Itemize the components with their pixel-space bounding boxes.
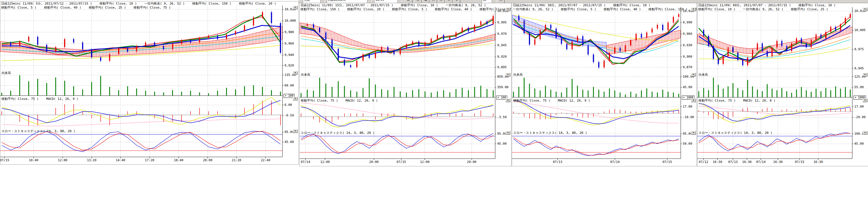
time-axis-label: 20:00 xyxy=(203,158,212,162)
section-dropdown-arrow-icon[interactable]: ▼ xyxy=(505,73,510,76)
chart-title: 日経225mini 11/09( 60分, 2011/07/07 - 2011/… xyxy=(698,3,836,7)
volume-axis-label: 45.00 xyxy=(683,85,692,89)
time-axis-label: 13:20 xyxy=(87,158,96,162)
section-dropdown-arrow-icon[interactable]: ▼ xyxy=(863,99,867,102)
section-dropdown-arrow-icon[interactable]: ▼ xyxy=(293,71,298,75)
stoch-section-label: スロー・ストキャスティクス( 14, 3, 80, 20 ) xyxy=(513,131,587,135)
time-axis-label: 22:40 xyxy=(261,158,270,162)
section-dropdown-arrow-icon[interactable]: ▼ xyxy=(505,7,510,11)
time-axis-label: 07/15 xyxy=(662,160,672,164)
timeframe-button[interactable]: 日 xyxy=(414,0,422,3)
chart-panel-30min: 日経225mini 11/09( 30分, 2011/07/07 - 2011/… xyxy=(512,3,697,166)
section-dropdown-arrow-icon[interactable]: ▼ xyxy=(691,99,696,102)
volume-axis-label: 60.00 xyxy=(284,84,294,87)
macd-axis-label: 6.00 xyxy=(284,103,292,107)
time-axis-label: 18:40 xyxy=(174,158,183,162)
section-dropdown-arrow-icon[interactable]: ▼ xyxy=(863,131,867,135)
price-axis-label: 9,960 xyxy=(683,32,692,36)
instrument-combo[interactable]: 先物▼ xyxy=(303,0,325,3)
chart-panel-5min: 日経225mini 11/09( 5分, 2011/07/12 - 2011/0… xyxy=(0,1,299,165)
time-axis-label: 07/14 xyxy=(301,160,310,164)
timeframe-button[interactable]: 月 xyxy=(430,0,437,3)
timeframe-button[interactable]: 1 xyxy=(453,0,460,3)
price-axis-label: 9,895 xyxy=(497,66,507,69)
time-axis-label: 17:20 xyxy=(145,158,154,162)
timeframe-button[interactable]: 分 xyxy=(497,0,505,3)
timeframe-button[interactable]: 分 xyxy=(445,0,453,3)
macd-axis-label: -10.00 xyxy=(683,116,694,119)
time-axis-label: 07/13 xyxy=(728,160,738,164)
price-axis-label: 9,975 xyxy=(854,48,864,51)
instrument-combo[interactable]: 11/09▼ xyxy=(374,0,402,3)
section-dropdown-arrow-icon[interactable]: ▼ xyxy=(505,99,510,102)
chart-title: 日経225mini 11/09( 5分, 2011/07/12 - 2011/0… xyxy=(1,2,276,6)
chart-canvas xyxy=(0,1,299,165)
price-axis-label: 10,005 xyxy=(854,29,866,32)
section-dropdown-arrow-icon[interactable]: ▼ xyxy=(505,131,510,135)
section-dropdown-arrow-icon[interactable]: ▼ xyxy=(293,129,298,133)
chart-title: 日経225mini 11/09( 15分, 2011/07/07 - 2011/… xyxy=(301,3,486,7)
chart-canvas xyxy=(697,3,868,166)
section-dropdown-arrow-icon[interactable]: ▼ xyxy=(293,97,298,101)
section-dropdown-arrow-icon[interactable]: ▼ xyxy=(863,7,867,11)
price-axis-label: 9,960 xyxy=(284,42,294,45)
timeframe-button[interactable]: 週 xyxy=(422,0,429,3)
stoch-section-label: スロー・ストキャスティクス( 14, 3, 80, 20 ) xyxy=(699,131,772,135)
section-dropdown-arrow-icon[interactable]: ▼ xyxy=(293,6,298,9)
time-axis-label: 16:30 xyxy=(713,160,722,164)
price-axis-label: 9,940 xyxy=(284,53,294,57)
volume-axis-label: 55.00 xyxy=(854,85,864,89)
price-axis-label: 10,000 xyxy=(284,19,296,23)
trading-app-workspace: { "toolbar": { "combos": [ {"label": "先物… xyxy=(0,0,868,218)
chart-canvas xyxy=(300,3,511,166)
price-axis-label: 9,995 xyxy=(497,21,507,24)
chart-indicator-legend: 移動平均( Close, 150 ) 移動平均( Close, 20 ) 移動平… xyxy=(301,7,512,11)
volume-axis-label: 350.00 xyxy=(497,85,508,89)
macd-section-label: 移動平均( Close, 75 ) MACD( 12, 26, 9 ) xyxy=(1,97,78,101)
stoch-axis-label: 50.00 xyxy=(683,142,692,146)
price-axis-label: 9,970 xyxy=(497,32,507,36)
app-toolbar-strip: 先物▼日経225mini▼11/09▼10▼足日週月分分1分 xyxy=(299,0,868,3)
price-axis-label: 9,930 xyxy=(683,44,692,47)
section-dropdown-arrow-icon[interactable]: ▼ xyxy=(863,73,867,76)
chart-indicator-legend: 移動平均( Close, 10 ) 一目均衡表( 9, 26, 52 ) 移動平… xyxy=(698,7,828,11)
stoch-axis-label: 45.00 xyxy=(854,142,864,146)
time-axis-label: 12:00 xyxy=(320,160,330,164)
chevron-down-icon[interactable]: ▼ xyxy=(367,0,371,3)
section-dropdown-arrow-icon[interactable]: ▼ xyxy=(691,131,696,135)
time-axis-label: 14:40 xyxy=(116,158,125,162)
instrument-combo[interactable]: 日経225mini▼ xyxy=(327,0,372,3)
stoch-section-label: スロー・ストキャスティクス( 14, 3, 80, 20 ) xyxy=(301,131,375,135)
chevron-down-icon[interactable]: ▼ xyxy=(397,0,402,3)
timeframe-button[interactable]: 分 xyxy=(437,0,445,3)
chart-title: 日経225mini 11/09( 30分, 2011/07/07 - 2011/… xyxy=(513,3,650,7)
chart-panel-15min: 日経225mini 11/09( 15分, 2011/07/07 - 2011/… xyxy=(299,3,512,166)
time-axis-label: 20:00 xyxy=(369,160,378,164)
section-dropdown-arrow-icon[interactable]: ▼ xyxy=(691,73,696,76)
price-axis-label: 9,900 xyxy=(683,55,692,59)
time-axis-label: 21:20 xyxy=(232,158,241,162)
chevron-down-icon[interactable]: ▼ xyxy=(492,0,496,3)
chart-panel-60min: 日経225mini 11/09( 60分, 2011/07/07 - 2011/… xyxy=(697,3,868,166)
time-axis-label: 16:30 xyxy=(742,160,752,164)
volume-section-label: 出来高 xyxy=(1,71,11,75)
time-axis-label: 07/14 xyxy=(756,160,766,164)
macd-section-label: 移動平均( Close, 75 ) MACD( 12, 26, 8 ) xyxy=(699,99,775,103)
price-axis-label: 9,920 xyxy=(284,64,294,67)
section-dropdown-arrow-icon[interactable]: ▼ xyxy=(691,7,696,11)
time-axis-label: 07/12 xyxy=(699,160,708,164)
macd-axis-label: 17.00 xyxy=(854,105,864,108)
time-axis-label: 07/13 xyxy=(553,160,562,164)
instrument-combo[interactable]: 10▼ xyxy=(482,0,496,3)
price-axis-label: 9,980 xyxy=(284,31,294,34)
price-axis-label: 9,990 xyxy=(683,21,692,24)
chevron-down-icon[interactable]: ▼ xyxy=(320,0,324,3)
time-axis-label: 16:30 xyxy=(813,160,823,164)
volume-section-label: 出来高 xyxy=(513,72,523,77)
timeframe-button[interactable]: 足 xyxy=(405,0,412,3)
time-axis-label: 10:40 xyxy=(29,158,38,162)
macd-axis-label: -0.50 xyxy=(284,114,294,117)
price-axis-label: 9,945 xyxy=(854,67,864,70)
time-axis-label: 07/15 xyxy=(0,158,9,162)
price-axis-label: 9,920 xyxy=(497,55,507,59)
